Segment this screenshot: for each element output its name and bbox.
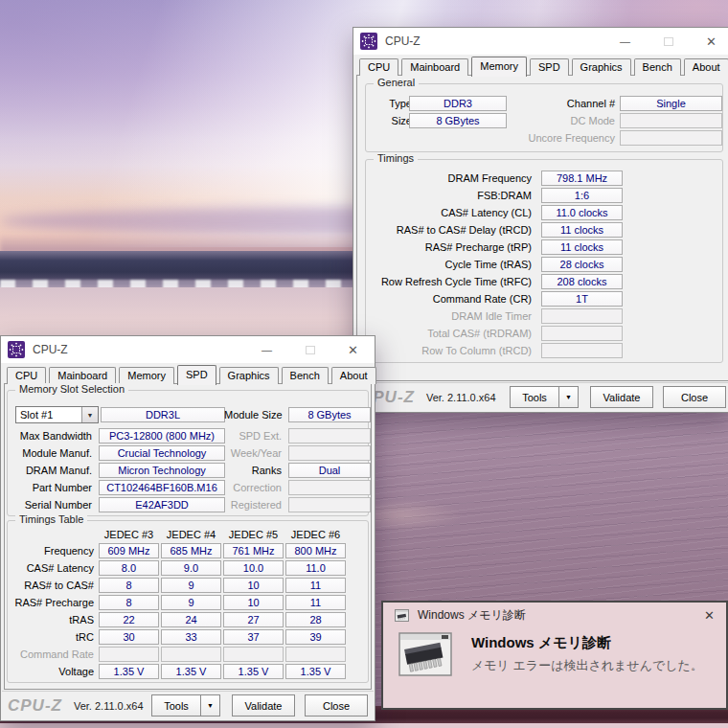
table-cell [161, 647, 221, 662]
uncore-label: Uncore Frequency [481, 130, 615, 146]
channel-label: Channel # [510, 96, 615, 111]
cpuz-app-icon [360, 33, 377, 50]
tab-memory[interactable]: Memory [471, 57, 527, 77]
group-title: Memory Slot Selection [15, 383, 128, 395]
chevron-down-icon[interactable]: ▼ [81, 407, 98, 422]
cpuz-logo: CPU-Z [8, 696, 62, 716]
tab-bench[interactable]: Bench [282, 367, 329, 384]
timing-value: 11.0 clocks [541, 205, 623, 220]
spd-ext-value [288, 428, 371, 444]
tab-graphics[interactable]: Graphics [219, 367, 279, 384]
cpuz-app-icon [8, 341, 25, 358]
max-bandwidth-value: PC3-12800 (800 MHz) [99, 428, 225, 444]
toast-body: Windows メモリ診断 メモリ エラーは検出されませんでした。 [383, 628, 726, 676]
table-cell: 8 [99, 578, 159, 593]
row-label: Frequency [8, 543, 94, 558]
type-label: Type [374, 96, 412, 111]
maximize-icon[interactable] [647, 28, 690, 55]
size-label: Size [374, 113, 412, 128]
table-cell: 1.35 V [223, 664, 284, 679]
table-cell [223, 647, 284, 662]
tab-spd[interactable]: SPD [530, 58, 569, 76]
channel-value: Single [620, 96, 722, 111]
close-button[interactable]: Close [305, 694, 368, 717]
version-text: Ver. 2.11.0.x64 [426, 392, 496, 403]
general-group: General Type DDR3 Channel # Single Size … [365, 83, 723, 152]
close-icon[interactable]: ✕ [331, 336, 375, 363]
slot-selected-value: Slot #1 [16, 407, 81, 422]
spd-ext-label: SPD Ext. [224, 428, 282, 444]
registered-value [288, 497, 371, 512]
titlebar[interactable]: CPU-Z — ✕ [353, 28, 728, 55]
minimize-icon[interactable]: — [245, 336, 288, 363]
timings-table-group: Timings Table JEDEC #3 JEDEC #4 JEDEC #5… [7, 520, 369, 683]
memory-diagnostic-small-icon [395, 609, 409, 622]
tools-button[interactable]: Tools [151, 694, 201, 717]
memory-chip-icon [398, 632, 452, 676]
table-cell: 800 MHz [285, 543, 346, 558]
timing-label: Total CAS# (tRDRAM) [366, 326, 532, 341]
desktop: CPU-Z — ✕ CPU Mainboard Memory SPD Graph… [0, 0, 728, 728]
table-cell: 685 MHz [161, 543, 221, 558]
tab-spd[interactable]: SPD [177, 365, 216, 385]
close-icon[interactable]: ✕ [704, 608, 715, 623]
row-label: tRC [8, 629, 94, 645]
timing-value: 1T [541, 291, 623, 307]
wallpaper-bottom-strip [0, 723, 728, 728]
tab-about[interactable]: About [331, 367, 376, 384]
timing-label: RAS# to CAS# Delay (tRCD) [366, 222, 532, 238]
tools-dropdown-icon[interactable]: ▼ [200, 694, 220, 717]
tab-graphics[interactable]: Graphics [572, 58, 631, 76]
memory-diagnostic-toast[interactable]: Windows メモリ診断 ✕ [381, 601, 728, 710]
tab-about[interactable]: About [684, 58, 728, 76]
tools-button[interactable]: Tools [510, 386, 559, 408]
table-cell: 28 [285, 612, 346, 627]
toast-title: Windows メモリ診断 [471, 634, 703, 652]
table-cell: 22 [99, 612, 159, 627]
row-label: RAS# to CAS# [8, 578, 94, 593]
close-button[interactable]: Close [663, 386, 726, 408]
timing-value: 11 clocks [541, 222, 623, 238]
close-icon[interactable]: ✕ [690, 28, 728, 55]
registered-label: Registered [215, 497, 282, 512]
timing-value [541, 326, 623, 341]
tab-mainboard[interactable]: Mainboard [49, 367, 116, 384]
toast-text-block: Windows メモリ診断 メモリ エラーは検出されませんでした。 [471, 632, 703, 674]
tab-strip: CPU Mainboard Memory SPD Graphics Bench … [359, 56, 728, 76]
validate-button[interactable]: Validate [232, 694, 295, 717]
dc-mode-label: DC Mode [510, 113, 615, 128]
cpuz-memory-window: CPU-Z — ✕ CPU Mainboard Memory SPD Graph… [353, 27, 728, 413]
tab-bench[interactable]: Bench [634, 58, 681, 76]
table-cell: 10 [223, 595, 284, 610]
timing-label: Cycle Time (tRAS) [366, 257, 532, 272]
correction-label: Correction [215, 480, 282, 495]
tab-cpu[interactable]: CPU [359, 58, 398, 76]
titlebar[interactable]: CPU-Z — ✕ [1, 336, 375, 363]
table-cell: 39 [285, 629, 346, 645]
maximize-icon[interactable] [288, 336, 331, 363]
column-header: JEDEC #5 [223, 528, 284, 541]
group-title: Timings [374, 152, 418, 164]
timing-value: 208 clocks [541, 274, 623, 289]
timing-label: CAS# Latency (CL) [366, 205, 532, 220]
module-size-value: 8 GBytes [288, 407, 371, 422]
table-cell: 24 [161, 612, 221, 627]
timing-label: Command Rate (CR) [366, 291, 532, 307]
module-manuf-value: Crucial Technology [99, 445, 225, 461]
timing-value: 1:6 [541, 188, 623, 203]
row-label: tRAS [8, 612, 94, 627]
serial-number-value: E42AF3DD [99, 497, 225, 512]
slot-selector[interactable]: Slot #1 ▼ [15, 406, 99, 423]
timing-label: DRAM Frequency [366, 171, 532, 186]
table-cell: 27 [223, 612, 284, 627]
timing-label: FSB:DRAM [366, 188, 532, 203]
tools-dropdown-icon[interactable]: ▼ [558, 386, 579, 408]
validate-button[interactable]: Validate [590, 386, 653, 408]
tab-mainboard[interactable]: Mainboard [401, 58, 468, 76]
tab-memory[interactable]: Memory [119, 367, 174, 384]
tab-cpu[interactable]: CPU [7, 367, 46, 384]
minimize-icon[interactable]: — [603, 28, 647, 55]
table-cell: 30 [99, 629, 159, 645]
table-cell: 609 MHz [99, 543, 159, 558]
table-cell: 11 [285, 578, 346, 593]
